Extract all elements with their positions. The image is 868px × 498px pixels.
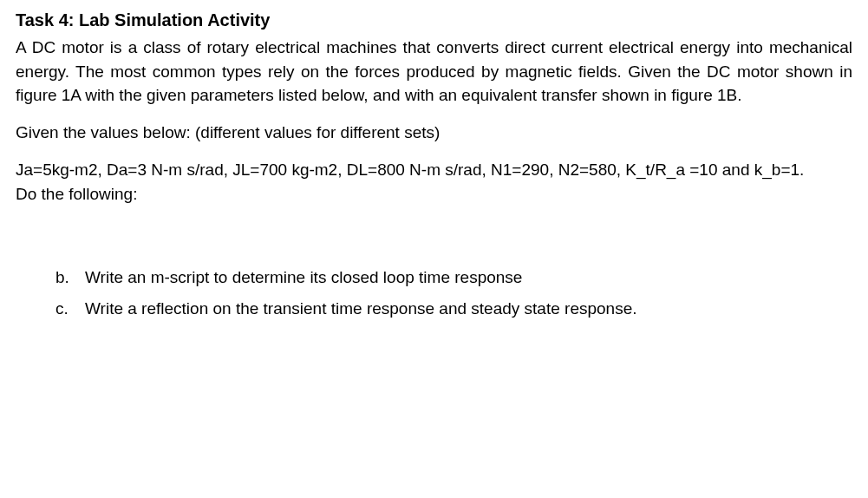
do-following-label: Do the following: (16, 185, 137, 203)
task-title: Task 4: Lab Simulation Activity (16, 10, 852, 30)
list-marker-b: b. (55, 268, 85, 287)
list-item: c. Write a reflection on the transient t… (55, 299, 852, 318)
list-marker-c: c. (55, 299, 85, 318)
values-block: Ja=5kg-m2, Da=3 N-m s/rad, JL=700 kg-m2,… (16, 158, 852, 207)
list-item: b. Write an m-script to determine its cl… (55, 268, 852, 287)
intro-paragraph: A DC motor is a class of rotary electric… (16, 36, 852, 108)
list-text-b: Write an m-script to determine its close… (85, 268, 522, 287)
values-line: Ja=5kg-m2, Da=3 N-m s/rad, JL=700 kg-m2,… (16, 161, 804, 179)
given-values-label: Given the values below: (different value… (16, 123, 852, 142)
task-list: b. Write an m-script to determine its cl… (16, 268, 852, 318)
list-text-c: Write a reflection on the transient time… (85, 299, 637, 318)
